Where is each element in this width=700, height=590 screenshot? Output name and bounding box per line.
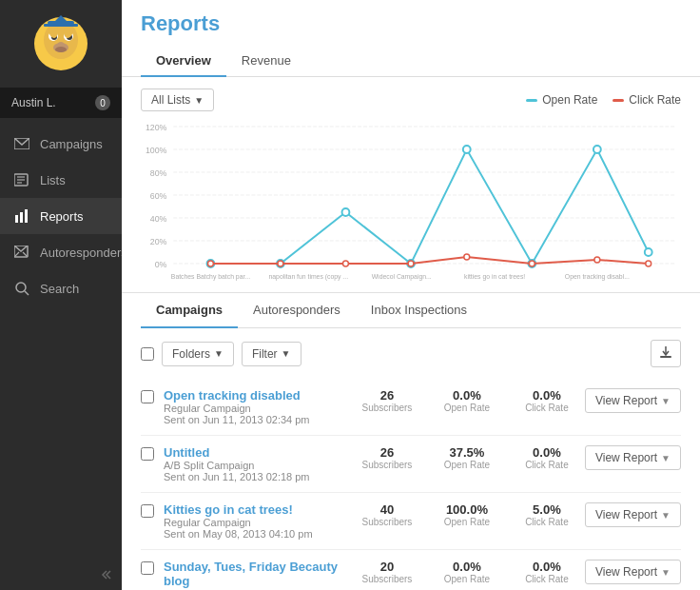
sidebar-item-reports-label: Reports [40, 209, 84, 224]
svg-point-56 [646, 261, 651, 266]
filter-button[interactable]: Filter ▼ [242, 342, 301, 366]
svg-text:Widecol Campaign...: Widecol Campaign... [372, 273, 432, 281]
svg-point-43 [342, 208, 350, 216]
view-report-button-0[interactable]: View Report ▼ [585, 388, 681, 413]
campaign-checkbox-0[interactable] [141, 390, 154, 403]
download-icon [659, 345, 672, 359]
search-icon [13, 280, 30, 297]
sub-tab-campaigns[interactable]: Campaigns [141, 293, 238, 328]
campaign-type-2: Regular Campaign [164, 517, 349, 528]
auto-icon [13, 244, 30, 261]
campaign-type-1: A/B Split Campaign [164, 460, 349, 471]
click-rate-color [612, 99, 624, 102]
svg-text:napolitan fun times (copy ...: napolitan fun times (copy ... [268, 273, 348, 281]
chart-section: All Lists ▼ Open Rate Click Rate 120% 10… [122, 77, 700, 293]
campaign-list: Open tracking disabled Regular Campaign … [141, 379, 681, 590]
view-report-chevron-icon: ▼ [661, 453, 671, 463]
sidebar-item-search[interactable]: Search [0, 270, 122, 306]
campaign-checkbox-2[interactable] [141, 504, 154, 518]
click-rate-stat-1: 0.0% Click Rate [518, 445, 575, 470]
campaign-name-3[interactable]: Sunday, Tues, Friday Becauty blog [164, 560, 349, 588]
sidebar-collapse-button[interactable] [0, 560, 122, 590]
tab-overview[interactable]: Overview [141, 46, 226, 77]
mailchimp-logo [32, 15, 89, 72]
svg-point-51 [343, 261, 349, 266]
sidebar-item-campaigns[interactable]: Campaigns [0, 126, 122, 162]
campaign-row: Untitled A/B Split Campaign Sent on Jun … [141, 436, 681, 493]
campaign-info-2: Kitties go in cat trees! Regular Campaig… [164, 502, 349, 540]
all-lists-filter[interactable]: All Lists ▼ [141, 88, 214, 111]
svg-text:100%: 100% [146, 146, 167, 155]
subscribers-stat-3: 20 Subscribers [359, 560, 416, 584]
sub-tab-autoresponders[interactable]: Autoresponders [238, 293, 356, 328]
svg-text:120%: 120% [146, 123, 167, 132]
sidebar-user[interactable]: Austin L. 0 [0, 88, 122, 118]
campaign-type-0: Regular Campaign [164, 403, 349, 414]
main-content: Reports Overview Revenue All Lists ▼ Ope… [122, 0, 700, 590]
main-tabs: Overview Revenue [141, 46, 681, 76]
svg-rect-63 [660, 356, 671, 358]
sidebar-item-lists-label: Lists [40, 173, 66, 187]
email-icon [13, 135, 30, 152]
svg-point-45 [463, 146, 471, 153]
svg-point-52 [408, 261, 414, 266]
sidebar-item-autoresponders[interactable]: Autoresponders [0, 234, 122, 270]
list-icon [13, 171, 30, 188]
campaign-stats-0: 26 Subscribers 0.0% Open Rate 0.0% Click… [359, 388, 575, 413]
campaigns-toolbar: Folders ▼ Filter ▼ [141, 340, 681, 367]
campaign-checkbox-3[interactable] [141, 561, 154, 575]
folders-label: Folders [172, 347, 210, 361]
page-title: Reports [141, 11, 681, 36]
click-rate-stat-0: 0.0% Click Rate [518, 388, 575, 413]
svg-text:Batches Batchy batch par...: Batches Batchy batch par... [171, 273, 250, 281]
sidebar-username: Austin L. [11, 96, 56, 109]
view-report-chevron-icon: ▼ [661, 567, 671, 578]
chart-controls: All Lists ▼ Open Rate Click Rate [141, 88, 681, 111]
campaign-row: Kitties go in cat trees! Regular Campaig… [141, 493, 681, 550]
campaign-info-0: Open tracking disabled Regular Campaign … [164, 388, 349, 425]
sub-tab-inbox[interactable]: Inbox Inspections [356, 293, 482, 328]
filter-chevron-icon: ▼ [194, 95, 204, 106]
open-rate-stat-0: 0.0% Open Rate [438, 388, 496, 413]
campaign-date-2: Sent on May 08, 2013 04:10 pm [164, 528, 349, 540]
view-report-button-3[interactable]: View Report ▼ [585, 560, 681, 584]
campaign-name-0[interactable]: Open tracking disabled [164, 388, 349, 403]
campaign-stats-1: 26 Subscribers 37.5% Open Rate 0.0% Clic… [359, 445, 575, 470]
view-report-button-1[interactable]: View Report ▼ [585, 445, 681, 470]
campaign-stats-2: 40 Subscribers 100.0% Open Rate 5.0% Cli… [359, 502, 575, 527]
campaign-name-1[interactable]: Untitled [164, 445, 349, 460]
click-rate-legend: Click Rate [612, 93, 681, 107]
svg-point-13 [58, 42, 64, 46]
tab-revenue[interactable]: Revenue [226, 46, 306, 77]
folders-button[interactable]: Folders ▼ [162, 342, 234, 366]
open-rate-stat-2: 100.0% Open Rate [438, 502, 496, 527]
bottom-section: Campaigns Autoresponders Inbox Inspectio… [122, 293, 700, 590]
select-all-checkbox[interactable] [141, 347, 154, 361]
sidebar: Austin L. 0 Campaigns Lists Reports Au [0, 0, 122, 590]
sidebar-item-search-label: Search [40, 282, 79, 296]
svg-rect-20 [20, 212, 23, 223]
filter-label: Filter [252, 347, 278, 361]
svg-rect-19 [15, 215, 18, 223]
svg-text:20%: 20% [150, 237, 167, 246]
campaign-name-2[interactable]: Kitties go in cat trees! [164, 502, 349, 517]
subscribers-stat-0: 26 Subscribers [359, 388, 416, 413]
view-report-button-2[interactable]: View Report ▼ [585, 502, 681, 527]
campaign-checkbox-1[interactable] [141, 447, 154, 461]
view-report-chevron-icon: ▼ [661, 396, 671, 406]
chart-svg: 120% 100% 80% 60% 40% 20% 0% [141, 119, 681, 281]
sidebar-item-autoresponders-label: Autoresponders [40, 246, 127, 260]
download-button[interactable] [651, 340, 681, 367]
svg-point-49 [208, 261, 214, 266]
sidebar-item-reports[interactable]: Reports [0, 198, 122, 234]
line-chart: 120% 100% 80% 60% 40% 20% 0% [141, 119, 681, 281]
campaign-info-1: Untitled A/B Split Campaign Sent on Jun … [164, 445, 349, 482]
sidebar-item-campaigns-label: Campaigns [40, 137, 103, 151]
svg-line-26 [25, 291, 29, 295]
sidebar-item-lists[interactable]: Lists [0, 162, 122, 198]
open-rate-stat-1: 37.5% Open Rate [438, 445, 496, 470]
all-lists-label: All Lists [151, 93, 190, 107]
svg-text:60%: 60% [150, 191, 167, 201]
svg-text:Open tracking disabl...: Open tracking disabl... [565, 273, 630, 281]
chart-icon [13, 207, 30, 225]
